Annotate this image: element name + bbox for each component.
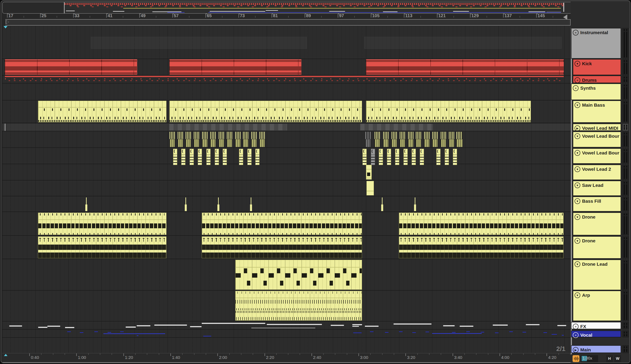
clip[interactable] bbox=[203, 336, 211, 336]
clip[interactable] bbox=[154, 324, 187, 326]
unfold-track-icon[interactable]: ▼ bbox=[574, 150, 580, 156]
clip[interactable] bbox=[215, 149, 219, 165]
unfold-track-icon[interactable]: ▼ bbox=[574, 166, 580, 172]
clip[interactable] bbox=[362, 149, 367, 165]
track-name[interactable]: Kick bbox=[582, 61, 592, 66]
clip[interactable] bbox=[223, 149, 227, 165]
group-track-icon[interactable]: ≡ bbox=[573, 324, 578, 330]
clip[interactable] bbox=[432, 333, 482, 334]
clip[interactable] bbox=[365, 326, 379, 327]
clip[interactable] bbox=[38, 327, 48, 328]
track-name[interactable]: Vocal bbox=[580, 332, 592, 338]
track-header-vocal[interactable]: ≡Vocal bbox=[571, 330, 621, 337]
clip[interactable] bbox=[443, 325, 455, 326]
clip[interactable] bbox=[202, 323, 265, 324]
clip[interactable] bbox=[387, 149, 391, 165]
clip[interactable] bbox=[436, 149, 440, 165]
row-main[interactable] bbox=[2, 345, 570, 354]
clip[interactable] bbox=[235, 291, 362, 320]
track-name[interactable]: Drone Lead bbox=[582, 262, 608, 267]
row-vowel-lead-boun[interactable] bbox=[2, 148, 570, 164]
clip[interactable] bbox=[202, 213, 362, 235]
clip[interactable] bbox=[202, 236, 362, 258]
clip[interactable] bbox=[91, 37, 307, 49]
clip[interactable] bbox=[460, 326, 473, 327]
clip[interactable] bbox=[48, 326, 60, 327]
clip[interactable] bbox=[400, 132, 405, 147]
track-header-drone-lead[interactable]: ▼Drone Lead bbox=[573, 260, 621, 290]
clip[interactable] bbox=[210, 132, 216, 147]
track-header-bass-fill[interactable]: ▼Bass Fill bbox=[573, 196, 621, 212]
scrub-area[interactable] bbox=[5, 19, 570, 26]
clip[interactable] bbox=[38, 101, 167, 122]
clip[interactable] bbox=[394, 324, 431, 324]
clip[interactable] bbox=[481, 332, 484, 332]
clip[interactable] bbox=[219, 132, 224, 147]
group-track-icon[interactable]: ≡ bbox=[574, 77, 580, 83]
clip[interactable] bbox=[366, 101, 531, 122]
clip[interactable] bbox=[403, 149, 408, 165]
clip[interactable] bbox=[120, 332, 124, 332]
clip[interactable] bbox=[425, 332, 429, 332]
clip[interactable] bbox=[80, 332, 83, 333]
clip[interactable] bbox=[235, 132, 241, 147]
track-name[interactable]: Instrumental bbox=[580, 30, 608, 35]
track-name[interactable]: Main Bass bbox=[582, 102, 605, 108]
clip[interactable] bbox=[94, 332, 98, 332]
clip[interactable] bbox=[364, 37, 561, 49]
clip[interactable] bbox=[108, 332, 111, 333]
clip[interactable] bbox=[267, 324, 322, 325]
clip[interactable] bbox=[445, 149, 449, 165]
unfold-track-icon[interactable]: ▼ bbox=[574, 61, 580, 66]
clip[interactable] bbox=[495, 332, 498, 333]
track-name[interactable]: Drone bbox=[582, 238, 595, 244]
clip[interactable] bbox=[370, 332, 373, 332]
unfold-track-icon[interactable]: ▼ bbox=[574, 182, 580, 188]
row-fx[interactable] bbox=[2, 322, 570, 330]
clip[interactable] bbox=[385, 332, 388, 333]
clip[interactable] bbox=[371, 149, 375, 165]
clip[interactable] bbox=[202, 132, 208, 147]
track-name[interactable]: Vowel Lead Boun bbox=[582, 134, 619, 139]
optimize-width-button[interactable]: W bbox=[614, 355, 621, 362]
clip[interactable] bbox=[449, 132, 454, 147]
clip[interactable] bbox=[181, 149, 185, 165]
track-name[interactable]: Vowel Lead MIDI bbox=[582, 126, 618, 131]
play-track-icon[interactable]: ▶ bbox=[573, 347, 578, 353]
clip[interactable] bbox=[453, 149, 457, 165]
clip[interactable] bbox=[375, 132, 380, 147]
track-name[interactable]: Saw Lead bbox=[582, 183, 603, 188]
clip[interactable] bbox=[251, 132, 257, 147]
clip[interactable] bbox=[247, 149, 252, 165]
clip[interactable] bbox=[366, 165, 372, 180]
clip[interactable] bbox=[526, 324, 539, 325]
track-name[interactable]: FX bbox=[580, 324, 586, 329]
clip[interactable] bbox=[260, 132, 265, 147]
clip[interactable] bbox=[399, 332, 403, 332]
clip[interactable] bbox=[432, 132, 438, 147]
track-name[interactable]: Main bbox=[580, 347, 591, 352]
unfold-track-icon[interactable]: ▼ bbox=[574, 238, 580, 244]
clip[interactable] bbox=[366, 181, 374, 196]
clip[interactable] bbox=[466, 332, 470, 332]
clip[interactable] bbox=[522, 332, 526, 332]
track-name[interactable]: Arp bbox=[582, 292, 590, 298]
track-header-drone[interactable]: ▼Drone bbox=[573, 236, 621, 259]
clip[interactable] bbox=[493, 324, 508, 326]
clip[interactable] bbox=[456, 132, 462, 147]
track-header-vowel-lead-2[interactable]: ▼Vowel Lead 2 bbox=[573, 164, 621, 180]
clip[interactable] bbox=[412, 149, 416, 165]
audio-engine-button[interactable] bbox=[572, 355, 579, 362]
clip[interactable] bbox=[185, 198, 187, 211]
clip[interactable] bbox=[353, 332, 362, 333]
row-drone[interactable] bbox=[2, 212, 570, 236]
clip[interactable] bbox=[399, 213, 563, 235]
row-drums[interactable] bbox=[2, 76, 570, 84]
track-name[interactable]: Synths bbox=[580, 86, 596, 91]
time-marker-icon[interactable] bbox=[4, 354, 8, 356]
group-track-icon[interactable]: ≡ bbox=[573, 332, 578, 338]
clip[interactable] bbox=[562, 335, 564, 336]
clip[interactable] bbox=[243, 132, 248, 147]
clip[interactable] bbox=[38, 236, 167, 258]
clip[interactable] bbox=[173, 149, 177, 165]
